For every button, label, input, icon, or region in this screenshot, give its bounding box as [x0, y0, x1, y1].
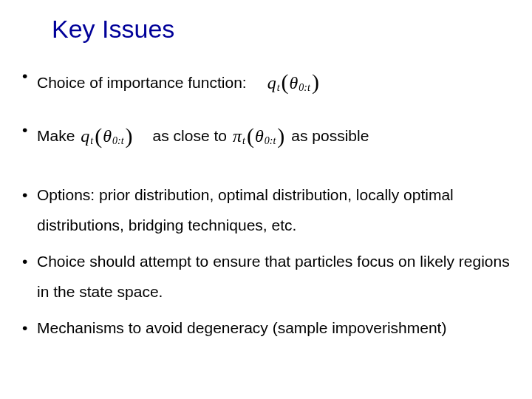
bullet-row: Make qt (θ0:t) as close to πt (θ0:t) as … — [37, 115, 511, 159]
math-sym-theta: θ — [103, 119, 112, 154]
bullet-text-pre: Make — [37, 121, 75, 151]
slide: Key Issues Choice of importance function… — [0, 0, 532, 399]
bullet-choice-particles: Choice should attempt to ensure that par… — [21, 247, 511, 307]
rparen-icon: ) — [125, 115, 134, 158]
bullet-text-mid: as close to — [153, 121, 227, 151]
math-sub-range: 0:t — [265, 131, 276, 151]
lparen-icon: ( — [246, 115, 255, 158]
math-q-theta-2: qt (θ0:t) — [79, 115, 134, 159]
math-pi-theta: πt (θ0:t) — [231, 115, 287, 159]
math-sub-t: t — [242, 131, 245, 151]
bullet-text: Mechanisms to avoid degeneracy (sample i… — [37, 319, 446, 336]
rparen-icon: ) — [311, 61, 320, 104]
math-sym-pi: π — [233, 119, 242, 154]
math-sub-range: 0:t — [112, 131, 124, 151]
bullet-text: Choice should attempt to ensure that par… — [37, 253, 510, 300]
slide-title: Key Issues — [52, 15, 511, 44]
bullet-list: Choice of importance function: qt (θ0:t)… — [21, 61, 511, 344]
math-sub-range: 0:t — [299, 78, 310, 98]
math-sym-q: q — [267, 66, 276, 100]
rparen-icon: ) — [276, 115, 285, 158]
bullet-options: Options: prior distribution, optimal dis… — [21, 180, 511, 241]
math-q-theta-1: qt (θ0:t) — [266, 61, 321, 105]
bullet-text: Options: prior distribution, optimal dis… — [37, 186, 454, 233]
math-sym-theta: θ — [290, 66, 299, 100]
lparen-icon: ( — [281, 61, 290, 104]
bullet-text: Choice of importance function: — [37, 68, 247, 98]
bullet-make-close: Make qt (θ0:t) as close to πt (θ0:t) as … — [21, 115, 511, 159]
math-sub-t: t — [90, 131, 93, 151]
bullet-degeneracy: Mechanisms to avoid degeneracy (sample i… — [21, 313, 511, 344]
bullet-row: Choice of importance function: qt (θ0:t) — [37, 61, 511, 105]
lparen-icon: ( — [94, 115, 103, 158]
math-sub-t: t — [277, 78, 280, 98]
math-sym-theta: θ — [255, 119, 264, 154]
math-sym-q: q — [81, 119, 89, 154]
bullet-choice-importance: Choice of importance function: qt (θ0:t) — [21, 61, 511, 105]
bullet-text-post: as possible — [291, 121, 369, 151]
